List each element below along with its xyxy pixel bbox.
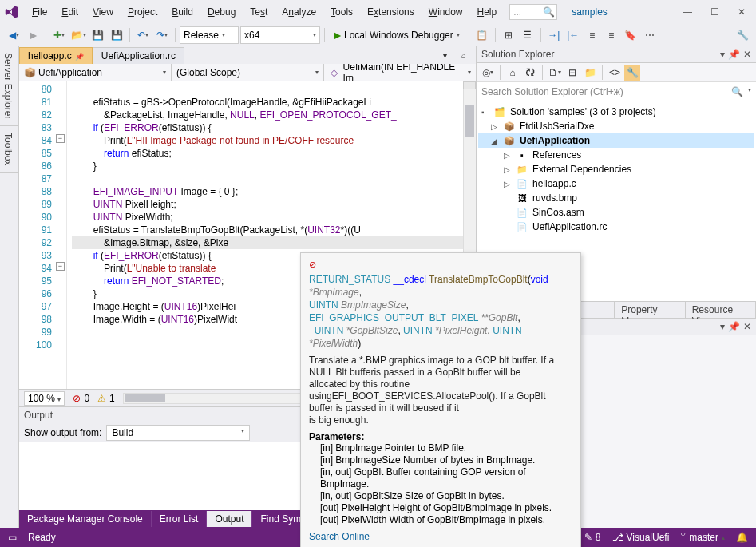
menu-build[interactable]: Build	[165, 3, 200, 21]
menu-analyze[interactable]: Analyze	[275, 3, 323, 21]
status-changes[interactable]: ✎8	[584, 532, 601, 543]
bottom-tab[interactable]: Error List	[152, 511, 208, 527]
close-icon[interactable]: ✕	[743, 49, 751, 60]
tooltip-params-heading: Parameters:	[309, 431, 572, 442]
expand-arrow-icon[interactable]: ▷	[504, 165, 513, 174]
save-all-button[interactable]: 💾	[108, 26, 125, 44]
maximize-button[interactable]: ☐	[703, 2, 726, 22]
tree-row[interactable]: 🖼ruvds.bmp	[478, 191, 754, 205]
nav-project-dropdown[interactable]: 📦UefiApplication▾	[19, 64, 172, 81]
se-properties-icon[interactable]: 🔧	[624, 65, 640, 81]
nav-scope-dropdown[interactable]: (Global Scope)▾	[172, 64, 324, 81]
se-refresh-icon[interactable]: 🗋▾	[547, 65, 563, 81]
bookmark-icon[interactable]: 🔖	[622, 26, 639, 44]
pin-icon[interactable]: 📌	[728, 49, 740, 60]
tree-row[interactable]: 📄UefiApplication.rc	[478, 220, 754, 234]
split-icon[interactable]	[463, 81, 476, 89]
platform-dropdown[interactable]: x64▾	[240, 26, 320, 44]
menu-edit[interactable]: Edit	[55, 3, 85, 21]
solution-explorer-search[interactable]: Search Solution Explorer (Ctrl+ж) 🔍▾	[477, 82, 756, 101]
solution-explorer-title[interactable]: Solution Explorer ▾📌✕	[477, 46, 756, 63]
menu-project[interactable]: Project	[121, 3, 164, 21]
nav-back-button[interactable]: ◀▾	[5, 26, 22, 44]
se-back-icon[interactable]: ◎▾	[480, 65, 496, 81]
fold-icon[interactable]: −	[56, 134, 65, 143]
toolbox-tab[interactable]: Toolbox	[0, 126, 18, 172]
pin-icon[interactable]: 📌	[728, 321, 740, 332]
se-viewcode-icon[interactable]: <>	[607, 65, 623, 81]
tooltip-desc: Translate a *.BMP graphics image to a GO…	[309, 355, 572, 426]
menu-help[interactable]: Help	[470, 3, 503, 21]
expand-arrow-icon[interactable]: ▷	[491, 122, 501, 131]
tab-dropdown-icon[interactable]: ▾	[436, 46, 453, 64]
tb-icon-2[interactable]: ⊞	[500, 26, 517, 44]
menu-extensions[interactable]: Extensions	[361, 3, 421, 21]
error-count[interactable]: ⊘ 0	[73, 393, 89, 404]
menu-view[interactable]: View	[86, 3, 120, 21]
se-home-icon[interactable]: ⌂	[505, 65, 520, 81]
fold-icon[interactable]: −	[56, 262, 65, 271]
expand-arrow-icon[interactable]: ▷	[504, 151, 513, 160]
nav-fwd-button[interactable]: ▶	[24, 26, 42, 44]
dropdown-icon[interactable]: ▾	[720, 321, 725, 332]
doc-tab-helloapp[interactable]: helloapp.c📌	[19, 47, 93, 64]
zoom-dropdown[interactable]: 100 % ▾	[24, 391, 65, 406]
menu-tools[interactable]: Tools	[324, 3, 359, 21]
doc-tab-uefiapprc[interactable]: UefiApplication.rc	[93, 47, 184, 64]
tree-row[interactable]: 📄SinCos.asm	[478, 205, 754, 220]
warning-count[interactable]: ⚠ 1	[97, 393, 115, 404]
server-explorer-tab[interactable]: Server Explorer	[0, 46, 18, 126]
notifications-icon[interactable]: 🔔	[736, 532, 748, 543]
status-branch[interactable]: ᛘmaster▴	[680, 532, 725, 543]
start-debug-button[interactable]: ▶Local Windows Debugger▾	[329, 26, 465, 44]
tree-row[interactable]: ▷📁External Dependencies	[478, 162, 754, 176]
tab-home-icon[interactable]: ⌂	[455, 46, 473, 64]
close-icon[interactable]: ✕	[743, 321, 751, 332]
se-preview-icon[interactable]: —	[642, 65, 658, 81]
menu-test[interactable]: Test	[243, 3, 274, 21]
uncomment-icon[interactable]: ≡	[603, 26, 620, 44]
tree-row[interactable]: ◢📦UefiApplication	[478, 133, 754, 148]
tb-icon-8[interactable]: ⋯	[641, 26, 659, 44]
tb-icon-1[interactable]: 📋	[473, 26, 491, 44]
se-showfiles-icon[interactable]: 📁	[582, 65, 598, 81]
tb-icon-3[interactable]: ☰	[519, 26, 536, 44]
se-collapse-icon[interactable]: ⊟	[564, 65, 580, 81]
open-file-button[interactable]: 📂▾	[69, 26, 87, 44]
indent-inc-icon[interactable]: →|	[545, 26, 563, 44]
expand-arrow-icon[interactable]: ▷	[504, 180, 513, 188]
solution-name[interactable]: samples	[565, 5, 614, 19]
menu-window[interactable]: Window	[422, 3, 469, 21]
bottom-tab[interactable]: Output	[207, 511, 252, 527]
new-project-button[interactable]: ✚▾	[50, 26, 68, 44]
search-online-link[interactable]: Search Online	[309, 531, 370, 542]
se-sync-icon[interactable]: 🗘	[522, 65, 538, 81]
undo-button[interactable]: ↶▾	[134, 26, 152, 44]
menu-file[interactable]: File	[26, 3, 53, 21]
close-button[interactable]: ✕	[730, 2, 753, 22]
quick-launch[interactable]: ... 🔍	[509, 4, 557, 20]
expand-arrow-icon[interactable]: ▪	[481, 108, 491, 117]
minimize-button[interactable]: —	[676, 2, 699, 22]
dropdown-icon[interactable]: ▾	[720, 49, 725, 60]
chevron-down-icon[interactable]: ▾	[748, 86, 751, 97]
tree-row[interactable]: ▷📄helloapp.c	[478, 176, 754, 191]
bottom-tab[interactable]: Package Manager Console	[19, 511, 152, 527]
tree-row[interactable]: ▷▪References	[478, 148, 754, 162]
config-dropdown[interactable]: Release▾	[180, 26, 239, 44]
tree-row[interactable]: ▷📦FtdiUsbSerialDxe	[478, 119, 754, 133]
menu-debug[interactable]: Debug	[201, 3, 242, 21]
status-repo[interactable]: ⎇VisualUefi	[612, 532, 670, 543]
settings-icon[interactable]: 🔧	[734, 26, 751, 44]
output-source-dropdown[interactable]: Build▾	[106, 425, 250, 441]
pin-icon[interactable]: 📌	[75, 53, 84, 61]
property-tab[interactable]: Property Ma...	[615, 302, 685, 318]
expand-arrow-icon[interactable]: ◢	[491, 137, 501, 145]
comment-icon[interactable]: ≡	[584, 26, 601, 44]
indent-dec-icon[interactable]: |←	[564, 26, 582, 44]
save-button[interactable]: 💾	[89, 26, 106, 44]
nav-member-dropdown[interactable]: ◇UefiMain(IN EFI_HANDLE Im▾	[324, 64, 476, 81]
property-tab[interactable]: Resource Vi...	[686, 302, 756, 318]
redo-button[interactable]: ↷▾	[153, 26, 171, 44]
tree-row[interactable]: ▪🗂️Solution 'samples' (3 of 3 projects)	[478, 105, 754, 119]
